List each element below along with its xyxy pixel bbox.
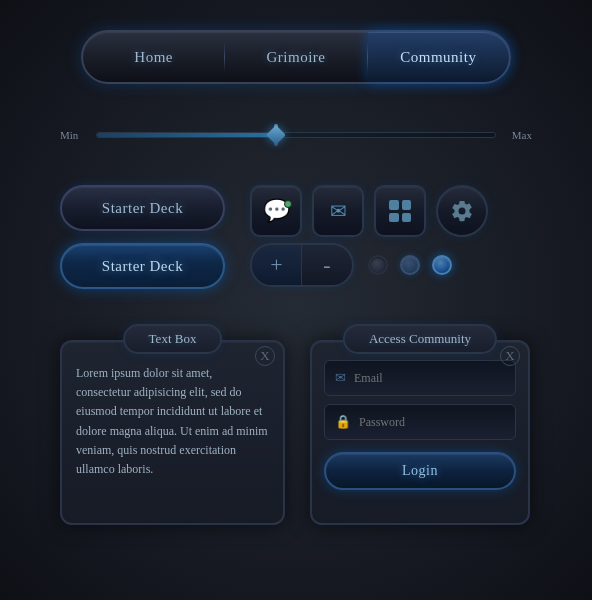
login-panel-close[interactable]: X xyxy=(500,346,520,366)
chat-icon: 💬 xyxy=(263,198,290,224)
slider-min-label: Min xyxy=(60,129,88,141)
navigation-bar: Home Grimoire Community xyxy=(81,30,511,84)
login-label: Login xyxy=(402,463,438,479)
nav-item-community[interactable]: Community xyxy=(368,32,509,82)
nav-grimoire-label: Grimoire xyxy=(267,49,326,66)
chat-button[interactable]: 💬 xyxy=(250,185,302,237)
mail-icon: ✉ xyxy=(330,199,347,223)
settings-button[interactable] xyxy=(436,185,488,237)
radio-group xyxy=(368,255,452,275)
email-icon: ✉ xyxy=(335,370,346,386)
icon-buttons-row: 💬 ✉ xyxy=(250,185,488,237)
radio-off[interactable] xyxy=(368,255,388,275)
starter-deck-button-blue[interactable]: Starter Deck xyxy=(60,243,225,289)
nav-community-label: Community xyxy=(400,49,476,66)
grid-button[interactable] xyxy=(374,185,426,237)
slider-thumb-body xyxy=(274,124,278,146)
starter-deck-blue-label: Starter Deck xyxy=(102,258,183,275)
login-button[interactable]: Login xyxy=(324,452,516,490)
login-panel-title: Access Community xyxy=(343,324,497,354)
nav-home-label: Home xyxy=(134,49,173,66)
starter-deck-button-dark[interactable]: Starter Deck xyxy=(60,185,225,231)
text-panel: Text Box X Lorem ipsum dolor sit amet, c… xyxy=(60,340,285,525)
nav-item-grimoire[interactable]: Grimoire xyxy=(225,32,366,82)
login-panel: Access Community X ✉ 🔒 Login xyxy=(310,340,530,525)
gear-icon xyxy=(450,199,474,223)
slider-section: Min Max xyxy=(60,120,532,150)
text-panel-title: Text Box xyxy=(123,324,223,354)
grid-icon xyxy=(389,200,411,222)
minus-button[interactable]: - xyxy=(302,245,352,285)
starter-deck-dark-label: Starter Deck xyxy=(102,200,183,217)
lock-icon: 🔒 xyxy=(335,414,351,430)
password-input[interactable] xyxy=(359,415,505,430)
minus-icon: - xyxy=(323,252,330,278)
radio-mid[interactable] xyxy=(400,255,420,275)
slider-thumb-diamond xyxy=(266,125,286,145)
slider-track[interactable] xyxy=(96,132,496,138)
plus-minus-toggle: + - xyxy=(250,243,354,287)
chat-dot xyxy=(284,200,292,208)
plus-button[interactable]: + xyxy=(252,245,302,285)
slider-thumb[interactable] xyxy=(266,121,286,149)
slider-max-label: Max xyxy=(504,129,532,141)
email-input[interactable] xyxy=(354,371,505,386)
password-field-wrapper: 🔒 xyxy=(324,404,516,440)
mail-button[interactable]: ✉ xyxy=(312,185,364,237)
slider-fill xyxy=(97,133,276,137)
email-field-wrapper: ✉ xyxy=(324,360,516,396)
text-panel-content: Lorem ipsum dolor sit amet, consectetur … xyxy=(62,342,283,489)
radio-on[interactable] xyxy=(432,255,452,275)
text-panel-close[interactable]: X xyxy=(255,346,275,366)
plus-icon: + xyxy=(270,252,282,278)
nav-item-home[interactable]: Home xyxy=(83,32,224,82)
